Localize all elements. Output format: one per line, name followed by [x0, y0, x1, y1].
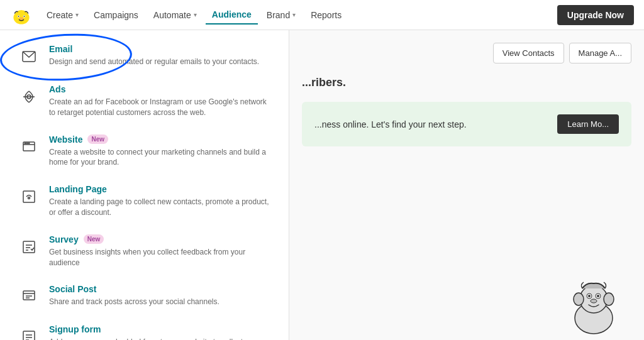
nav-audience[interactable]: Audience [206, 6, 258, 25]
right-panel: View Contacts Manage A... ...ribers. ...… [289, 30, 644, 340]
nav-create[interactable]: Create ▾ [40, 6, 85, 24]
svg-point-12 [25, 143, 26, 144]
survey-title: Survey [49, 234, 79, 244]
nav-reports[interactable]: Reports [304, 6, 348, 24]
nav-brand[interactable]: Brand ▾ [260, 6, 302, 24]
signup-form-title: Signup form [49, 324, 101, 334]
mailchimp-logo[interactable] [10, 5, 30, 25]
menu-item-survey[interactable]: Survey New Get business insights when yo… [5, 227, 284, 276]
ads-desc: Create an ad for Facebook or Instagram o… [49, 97, 271, 118]
main-content: Email Design and send automated or regul… [0, 30, 644, 340]
menu-item-landing-page[interactable]: Landing Page Create a landing page to co… [5, 177, 284, 226]
signup-form-desc: Add a pop-up or embedded form to your we… [49, 337, 271, 340]
chevron-down-icon: ▾ [292, 11, 296, 18]
svg-rect-21 [23, 291, 35, 300]
social-post-icon [18, 285, 40, 308]
social-post-desc: Share and track posts across your social… [49, 297, 271, 307]
chimp-illustration [556, 265, 631, 340]
manage-button[interactable]: Manage A... [569, 43, 631, 63]
banner-text: ...ness online. Let's find your next ste… [314, 119, 557, 129]
nav-automate[interactable]: Automate ▾ [147, 6, 203, 24]
svg-point-14 [28, 143, 30, 144]
learn-more-button[interactable]: Learn Mo... [557, 114, 619, 134]
email-title: Email [49, 44, 72, 54]
upgrade-button[interactable]: Upgrade Now [557, 5, 634, 25]
svg-point-36 [574, 293, 584, 305]
menu-item-website[interactable]: Website New Create a website to connect … [5, 127, 284, 176]
green-banner: ...ness online. Let's find your next ste… [302, 102, 631, 146]
svg-rect-25 [23, 331, 35, 340]
svg-rect-17 [23, 241, 35, 253]
menu-item-email[interactable]: Email Design and send automated or regul… [5, 36, 284, 75]
signup-form-icon [18, 326, 40, 340]
ads-title: Ads [49, 84, 65, 94]
survey-icon [18, 236, 40, 258]
email-desc: Design and send automated or regular ema… [49, 57, 271, 67]
landing-page-title: Landing Page [49, 184, 107, 194]
audience-title: ...ribers. [302, 76, 631, 89]
svg-point-16 [28, 197, 30, 199]
topnav: Create ▾ Campaigns Automate ▾ Audience B… [0, 0, 644, 30]
landing-page-icon [18, 185, 40, 208]
website-desc: Create a website to connect your marketi… [49, 147, 271, 168]
svg-point-40 [588, 295, 591, 297]
svg-point-13 [26, 143, 28, 144]
menu-item-social-post[interactable]: Social Post Share and track posts across… [5, 277, 284, 315]
nav-items: Create ▾ Campaigns Automate ▾ Audience B… [40, 6, 557, 25]
svg-point-6 [19, 17, 23, 20]
menu-item-signup-form[interactable]: Signup form Add a pop-up or embedded for… [5, 317, 284, 340]
nav-campaigns[interactable]: Campaigns [87, 6, 145, 24]
email-icon [18, 45, 40, 68]
svg-point-42 [591, 299, 597, 303]
svg-point-41 [597, 295, 599, 297]
upgrade-section: Upgrade Now [557, 5, 634, 25]
website-title: Website [49, 134, 82, 145]
social-post-title: Social Post [49, 284, 96, 294]
chevron-down-icon: ▾ [75, 11, 79, 18]
svg-point-37 [604, 293, 614, 305]
survey-badge: New [84, 234, 104, 244]
svg-point-5 [24, 16, 25, 17]
website-icon [18, 136, 40, 158]
svg-point-4 [18, 16, 19, 17]
menu-item-ads[interactable]: Ads Create an ad for Facebook or Instagr… [5, 77, 284, 126]
right-top-bar: View Contacts Manage A... [302, 43, 631, 63]
website-badge: New [87, 134, 108, 144]
chevron-down-icon: ▾ [194, 11, 197, 18]
survey-desc: Get business insights when you collect f… [49, 247, 271, 268]
ads-icon [18, 85, 40, 108]
create-dropdown: Email Design and send automated or regul… [0, 30, 289, 340]
landing-page-desc: Create a landing page to collect new con… [49, 197, 271, 218]
view-contacts-button[interactable]: View Contacts [493, 43, 564, 63]
audience-section: ...ribers. [302, 76, 631, 89]
